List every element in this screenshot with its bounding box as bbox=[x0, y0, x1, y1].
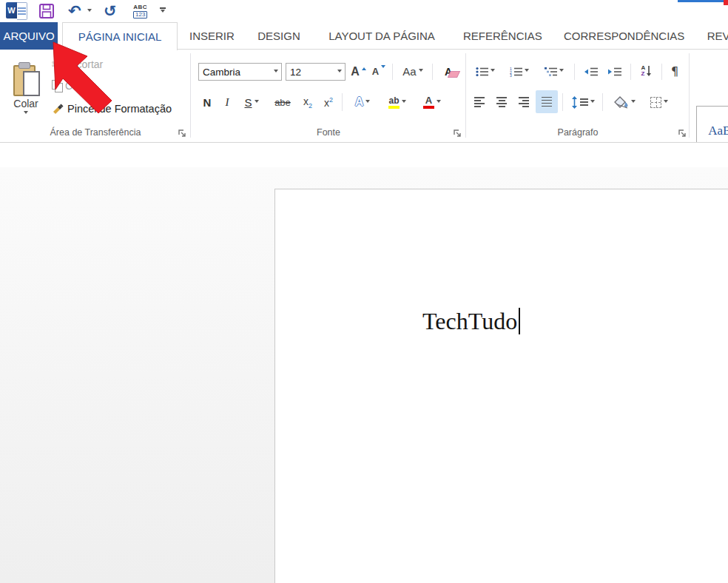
font-name-combobox[interactable]: Cambria bbox=[198, 63, 282, 81]
grow-font-button[interactable]: A bbox=[348, 62, 368, 81]
separator bbox=[342, 93, 343, 111]
spelling-grammar-button[interactable]: ABC 123 bbox=[133, 1, 147, 21]
font-name-value: Cambria bbox=[199, 67, 270, 78]
separator bbox=[661, 64, 662, 80]
superscript-button[interactable]: x2 bbox=[318, 92, 339, 112]
font-color-icon: A bbox=[423, 95, 434, 109]
lines-icon bbox=[580, 98, 588, 106]
chevron-down-icon bbox=[631, 100, 636, 105]
text-effects-button[interactable]: A bbox=[346, 92, 379, 112]
clipboard-group-label: Área de Transferência bbox=[0, 127, 191, 141]
tab-layout-da-pagina[interactable]: LAYOUT DA PÁGINA bbox=[326, 22, 437, 50]
change-case-button[interactable]: Aa bbox=[397, 62, 429, 81]
line-spacing-button[interactable] bbox=[567, 92, 599, 112]
undo-dropdown[interactable] bbox=[87, 1, 92, 21]
customize-qat-button[interactable] bbox=[160, 1, 166, 21]
shrink-font-button[interactable]: A bbox=[369, 62, 388, 81]
grow-font-icon: A bbox=[351, 65, 360, 78]
justify-button[interactable] bbox=[536, 90, 558, 113]
italic-icon: I bbox=[226, 96, 229, 109]
underline-button[interactable]: S bbox=[237, 92, 266, 112]
tab-referencias[interactable]: REFERÊNCIAS bbox=[463, 22, 539, 50]
word-logo-icon: W bbox=[6, 2, 27, 20]
undo-icon: ↶ bbox=[68, 4, 81, 19]
group-paragraph: 1 2 3 bbox=[466, 50, 690, 142]
clear-formatting-button[interactable]: A bbox=[437, 62, 460, 81]
chevron-down-icon bbox=[525, 69, 529, 74]
chevron-down-icon bbox=[402, 100, 406, 105]
font-size-value: 12 bbox=[286, 67, 334, 78]
save-button[interactable] bbox=[38, 1, 55, 21]
typed-text: TechTudo bbox=[422, 308, 517, 335]
show-marks-button[interactable]: ¶ bbox=[664, 61, 685, 81]
separator bbox=[574, 64, 575, 80]
shading-button[interactable] bbox=[608, 92, 641, 112]
paste-button[interactable]: Colar bbox=[6, 55, 46, 123]
italic-button[interactable]: I bbox=[219, 92, 235, 112]
align-right-button[interactable] bbox=[513, 92, 534, 112]
chevron-down-icon[interactable] bbox=[270, 64, 281, 80]
outdent-icon bbox=[584, 67, 598, 77]
align-center-icon bbox=[496, 97, 507, 107]
document-text: TechTudo bbox=[422, 308, 520, 335]
subscript-button[interactable]: x2 bbox=[297, 92, 318, 112]
word-logo-letter: W bbox=[6, 2, 17, 18]
clipboard-icon bbox=[12, 62, 40, 96]
undo-button[interactable]: ↶ bbox=[68, 1, 81, 21]
numbering-button[interactable]: 1 2 3 bbox=[505, 62, 534, 81]
ruler-row: 123123456 bbox=[0, 143, 728, 167]
bold-button[interactable]: N bbox=[198, 92, 216, 112]
chevron-down-icon bbox=[24, 111, 28, 116]
redo-icon: ↺ bbox=[104, 4, 117, 19]
decrease-indent-button[interactable] bbox=[580, 62, 602, 81]
redo-button[interactable]: ↺ bbox=[104, 1, 117, 21]
multilevel-list-button[interactable] bbox=[539, 62, 570, 81]
font-size-combobox[interactable]: 12 bbox=[286, 63, 346, 81]
bullet-list-icon bbox=[476, 67, 488, 77]
word-app-icon[interactable]: W bbox=[6, 1, 27, 21]
tab-design[interactable]: DESIGN bbox=[257, 22, 301, 50]
borders-button[interactable] bbox=[644, 92, 675, 112]
strikethrough-button[interactable]: abe bbox=[269, 92, 296, 112]
tab-inserir[interactable]: INSERIR bbox=[189, 22, 234, 50]
tab-correspondencias[interactable]: CORRESPONDÊNCIAS bbox=[564, 22, 681, 50]
paragraph-group-label: Parágrafo bbox=[466, 127, 690, 141]
align-left-icon bbox=[474, 97, 485, 107]
clipboard-dialog-launcher[interactable] bbox=[178, 129, 186, 138]
increase-indent-button[interactable] bbox=[604, 62, 626, 81]
text-highlight-button[interactable]: ab bbox=[380, 92, 414, 112]
chevron-down-icon[interactable] bbox=[334, 64, 345, 80]
document-page[interactable] bbox=[274, 189, 728, 583]
separator bbox=[432, 64, 433, 80]
text-cursor bbox=[519, 308, 520, 334]
chevron-down-icon bbox=[365, 100, 370, 105]
align-center-button[interactable] bbox=[491, 92, 512, 112]
red-callout-arrow bbox=[44, 33, 126, 122]
font-group-label: Fonte bbox=[191, 127, 466, 141]
align-left-button[interactable] bbox=[469, 92, 490, 112]
separator bbox=[630, 64, 631, 80]
group-separator bbox=[689, 53, 690, 138]
bold-icon: N bbox=[203, 96, 212, 109]
separator bbox=[602, 93, 603, 111]
font-dialog-launcher[interactable] bbox=[453, 129, 462, 138]
sort-az-icon: A Z bbox=[641, 65, 653, 77]
highlight-icon: ab bbox=[388, 96, 400, 109]
font-color-button[interactable]: A bbox=[416, 92, 448, 112]
indent-icon bbox=[608, 67, 621, 77]
numbered-list-icon: 1 2 3 bbox=[510, 67, 522, 77]
sort-button[interactable]: A Z bbox=[635, 61, 658, 81]
bullets-button[interactable] bbox=[471, 62, 500, 81]
paragraph-dialog-launcher[interactable] bbox=[678, 129, 687, 138]
tab-revisao[interactable]: REVISÃO bbox=[702, 22, 728, 50]
triangle-down-icon bbox=[381, 65, 385, 70]
window-top-edge bbox=[678, 0, 728, 2]
window-corner-mark bbox=[724, 0, 728, 5]
underline-icon: S bbox=[244, 96, 252, 109]
chevron-down-icon bbox=[437, 100, 441, 105]
svg-text:3: 3 bbox=[510, 73, 512, 77]
chevron-down-icon bbox=[491, 69, 495, 74]
paste-label: Colar bbox=[13, 98, 38, 109]
pilcrow-icon: ¶ bbox=[671, 64, 678, 78]
chevron-down-icon bbox=[590, 100, 595, 105]
